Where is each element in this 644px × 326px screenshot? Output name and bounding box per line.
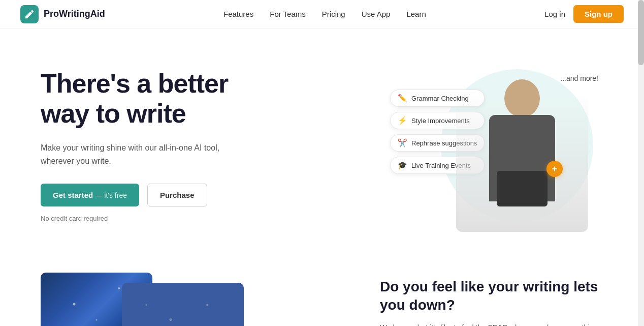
nav-for-teams[interactable]: For Teams (270, 10, 306, 18)
page-scrollbar[interactable] (638, 0, 644, 326)
section2: My idea in my head Do you feel like your… (0, 252, 644, 326)
blue-art-image (122, 283, 244, 326)
get-started-button[interactable]: Get started — it's free (41, 184, 139, 206)
nav-features[interactable]: Features (223, 10, 253, 18)
logo-icon (20, 5, 39, 23)
logo-svg (24, 9, 35, 20)
navbar: ProWritingAid Features For Teams Pricing… (0, 0, 644, 28)
signup-button[interactable]: Sign up (573, 5, 624, 23)
nav-use-app[interactable]: Use App (362, 10, 391, 18)
hero-illustration: ✏️ Grammar Checking ⚡ Style Improvements… (390, 59, 603, 232)
nav-links: Features For Teams Pricing Use App Learn (223, 10, 426, 19)
hero-buttons: Get started — it's free Purchase (41, 184, 228, 206)
login-button[interactable]: Log in (544, 10, 565, 18)
hero-title: There's a better way to write (41, 69, 228, 130)
section2-text: Do you feel like your writing lets you d… (380, 278, 603, 326)
grammar-icon: ✏️ (398, 94, 407, 103)
no-cc-text: No credit card required (41, 215, 228, 222)
purchase-button[interactable]: Purchase (147, 184, 207, 206)
rephrase-icon: ✂️ (398, 138, 407, 147)
training-icon: 🎓 (398, 161, 407, 170)
section2-images: My idea in my head (41, 273, 234, 326)
person-head (504, 79, 540, 117)
section2-title: Do you feel like your writing lets you d… (380, 278, 603, 315)
scrollbar-thumb[interactable] (638, 0, 644, 65)
plus-badge: + (546, 161, 563, 177)
nav-pricing[interactable]: Pricing (322, 10, 345, 18)
brand-name: ProWritingAid (44, 9, 105, 19)
brand-logo[interactable]: ProWritingAid (20, 5, 105, 23)
style-icon: ⚡ (398, 116, 407, 125)
nav-learn[interactable]: Learn (406, 10, 426, 18)
hero-content: There's a better way to write Make your … (41, 69, 228, 223)
nav-actions: Log in Sign up (544, 5, 624, 23)
hero-section: There's a better way to write Make your … (0, 28, 644, 252)
person-laptop (497, 171, 548, 206)
section2-body: We know what it's like to feel the FEAR … (380, 321, 603, 326)
hero-subtitle: Make your writing shine with our all-in-… (41, 141, 228, 167)
hero-person-illustration (456, 59, 588, 232)
person-figure (471, 69, 573, 222)
